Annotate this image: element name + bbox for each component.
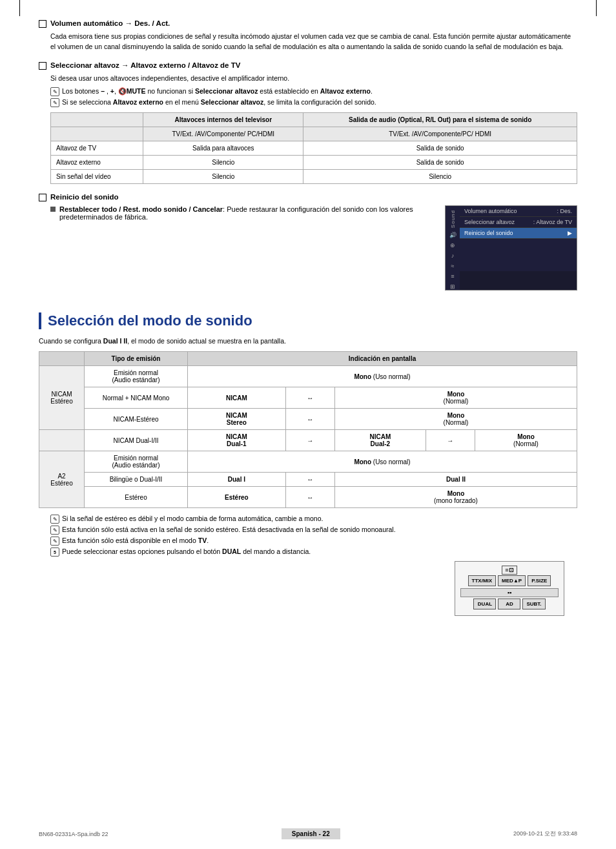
table-row: Sin señal del vídeo Silencio Silencio (51, 170, 577, 184)
bullet-label: Restablecer todo / Rest. modo sonido / C… (59, 205, 223, 213)
remote-btn-subt: SUBT. (522, 598, 545, 609)
td-salida-sonido-1: Salida de sonido (303, 141, 577, 156)
note4-text: Esta función sólo está activa en la seña… (62, 526, 396, 533)
th-empty2 (51, 127, 143, 141)
note-icon-4: ✎ (50, 526, 59, 535)
remote-btn-ad: AD (498, 598, 520, 609)
table-row: NICAM Dual-I/II NICAMDual-1 → NICAMDual-… (39, 430, 577, 451)
table-row: Estéreo Estéreo ↔ Mono(mono forzado) (39, 487, 577, 508)
table-row: NICAM-Estéreo NICAMStereo ↔ Mono(Normal) (39, 409, 577, 430)
note2-text: Si se selecciona Altavoz externo en el m… (62, 98, 376, 106)
th-sub-tv: TV/Ext. /AV/Componente/ PC/HDMI (143, 127, 303, 141)
tv-row-1: Volumen automático : Des. (460, 206, 577, 217)
td-estereo-row: Estéreo (85, 487, 188, 508)
remote-row-1: TTX/MIX MED▲P P.SIZE (460, 575, 559, 586)
table-row: Bilingüe o Dual-I/II Dual I ↔ Dual II (39, 473, 577, 487)
note1-text: Los botones – , +, 🔇MUTE no funcionan si… (62, 87, 373, 96)
tv-empty-area (460, 239, 577, 271)
tv-icon-2: ⊕ (450, 242, 455, 249)
remote-top-icon: ≡⊡ (502, 566, 517, 575)
tv-vol-value: : Des. (557, 208, 572, 214)
section2-body: Si desea usar unos altavoces independien… (50, 74, 577, 84)
note-row-3: ✎ Si la señal de estéreo es débil y el m… (50, 515, 577, 524)
remote-btn-psize: P.SIZE (528, 575, 551, 586)
remote-btn-dual: DUAL (473, 598, 496, 609)
th-empty (51, 113, 143, 127)
td-arrow6: ↔ (285, 487, 334, 508)
table-row: A2Estéreo Emisión normal(Audio estándar)… (39, 451, 577, 473)
td-mono-normal-2: Mono(Normal) (335, 409, 577, 430)
note-icon-3: ✎ (50, 515, 59, 524)
td-arrow4: → (426, 430, 475, 451)
section-volumen-automatico: Volumen automático → Des. / Act. Cada em… (39, 19, 577, 52)
remote-control-box: ≡⊡ TTX/MIX MED▲P P.SIZE ▪▪ DUAL AD SUBT. (455, 561, 564, 616)
td-a2-label: A2Estéreo (39, 451, 85, 508)
bullet-text: Restablecer todo / Rest. modo sonido / C… (59, 205, 435, 221)
td-nicam-stereo: NICAMStereo (188, 409, 286, 430)
td-silencio-2: Silencio (143, 170, 303, 184)
footer: BN68-02331A-Spa.indb 22 Spanish - 22 200… (0, 828, 616, 839)
td-emision-normal-2: Emisión normal(Audio estándar) (85, 451, 188, 473)
tv-sel-label: Seleccionar altavoz (464, 219, 515, 225)
td-nicam-estereo: NICAM-Estéreo (85, 409, 188, 430)
td-mono-forzado: Mono(mono forzado) (335, 487, 577, 508)
td-nicam-mono: Normal + NICAM Mono (85, 387, 188, 409)
tv-row-3-highlight: Reinicio del sonido ▶ (460, 228, 577, 239)
note3-text: Si la señal de estéreo es débil y el mod… (62, 515, 323, 522)
td-dual-i: Dual I (188, 473, 286, 487)
footer-left: BN68-02331A-Spa.indb 22 (39, 831, 108, 837)
tv-screenshot: Sound 🔊 ⊕ ♪ ≈ ≡ ⊞ Volumen automático : D… (445, 205, 577, 291)
th-mode-empty (39, 352, 85, 366)
table-row: Normal + NICAM Mono NICAM ↔ Mono(Normal) (39, 387, 577, 409)
tv-sel-value: : Altavoz de TV (533, 219, 572, 225)
bullet-row-1: Restablecer todo / Rest. modo sonido / C… (50, 205, 435, 221)
td-arrow5: ↔ (285, 473, 334, 487)
td-estereo-val: Estéreo (188, 487, 286, 508)
checkbox-icon (39, 20, 46, 28)
section-reinicio-sonido: Reinicio del sonido Sound 🔊 ⊕ ♪ ≈ ≡ ⊞ Vo… (39, 193, 577, 291)
remote-btn-med: MED▲P (498, 575, 526, 586)
td-arrow2: ↔ (285, 409, 334, 430)
note-icon-6: 5 (50, 547, 59, 557)
notes-section: ✎ Si la señal de estéreo es débil y el m… (39, 515, 577, 557)
note-icon-5: ✎ (50, 537, 59, 546)
tv-icon-5: ≡ (451, 273, 454, 280)
td-bilingue: Bilingüe o Dual-I/II (85, 473, 188, 487)
intro-text: Cuando se configura Dual I II, el modo d… (39, 337, 577, 345)
note-row-6: 5 Puede seleccionar estas opciones pulsa… (50, 547, 577, 557)
section3-title: Reinicio del sonido (50, 193, 118, 201)
note5-text: Esta función sólo está disponible en el … (62, 537, 209, 544)
td-nicam-dual2: NICAMDual-2 (335, 430, 426, 451)
td-nicam-label: NICAMEstéreo (39, 366, 85, 430)
remote-row-2: DUAL AD SUBT. (460, 598, 559, 609)
note-icon-1: ✎ (50, 87, 59, 96)
td-salida-altavoces: Salida para altavoces (143, 141, 303, 156)
tv-row-2: Seleccionar altavoz : Altavoz de TV (460, 217, 577, 228)
checkbox-icon-2 (39, 62, 46, 70)
square-bullet (50, 207, 56, 212)
th-sub-tv2: TV/Ext. /AV/Componente/PC/ HDMI (303, 127, 577, 141)
td-mono-uso-normal-2: Mono (Uso normal) (188, 451, 577, 473)
big-section-header: Selección del modo de sonido (39, 312, 577, 329)
note6-text: Puede seleccionar estas opciones pulsand… (62, 547, 311, 555)
table-row: NICAMEstéreo Emisión normal(Audio estánd… (39, 366, 577, 387)
td-mono-normal-3: Mono(Normal) (475, 430, 577, 451)
th-salida-audio: Salida de audio (Optical, R/L Out) para … (303, 113, 577, 127)
td-nicam-dual1: NICAMDual-1 (188, 430, 286, 451)
td-salida-sonido-2: Salida de sonido (303, 156, 577, 170)
footer-center: Spanish - 22 (282, 828, 340, 839)
checkbox-icon-3 (39, 194, 46, 201)
section1-title: Volumen automático → Des. / Act. (50, 19, 170, 27)
section2-title: Seleccionar altavoz → Altavoz externo / … (50, 61, 240, 69)
td-arrow1: ↔ (285, 387, 334, 409)
td-mono-uso-normal-1: Mono (Uso normal) (188, 366, 577, 387)
td-sin-senal: Sin señal del vídeo (51, 170, 143, 184)
remote-btn-ttx: TTX/MIX (468, 575, 497, 586)
td-arrow3: → (285, 430, 334, 451)
altavoz-table: Altavoces internos del televisor Salida … (50, 112, 577, 184)
td-nicam-label-2 (39, 430, 85, 451)
big-section-title: Selección del modo de sonido (48, 312, 577, 329)
note-icon-2: ✎ (50, 98, 59, 107)
top-border-right (596, 0, 597, 16)
td-emision-normal-1: Emisión normal(Audio estándar) (85, 366, 188, 387)
